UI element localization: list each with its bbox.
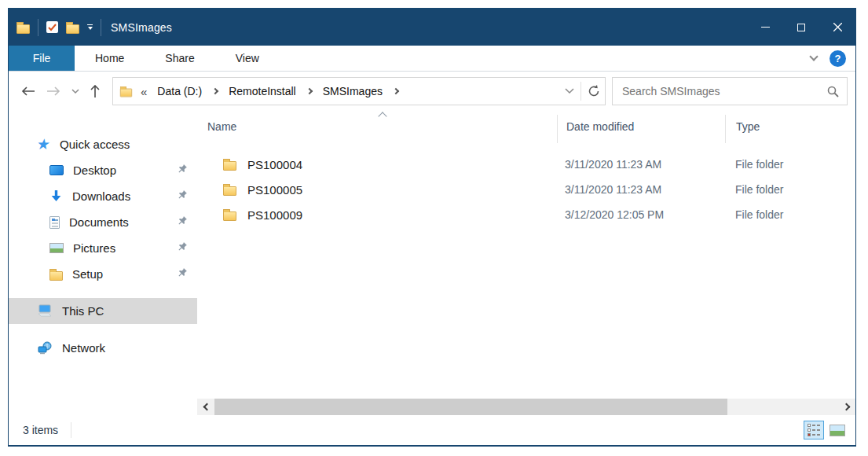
scrollbar-thumb[interactable] [214, 399, 727, 415]
back-arrow-icon[interactable] [21, 86, 35, 96]
sort-ascending-icon [378, 112, 386, 120]
minimize-button[interactable] [747, 9, 783, 46]
file-row-ps100004[interactable]: PS100004 3/11/2020 11:23 AM File folder [197, 152, 855, 177]
sidebar-item-setup[interactable]: Setup [9, 261, 197, 287]
desktop-icon [49, 165, 64, 175]
location-folder-icon [120, 89, 132, 97]
up-arrow-icon[interactable] [90, 85, 100, 98]
download-arrow-icon [49, 189, 63, 203]
thumbnail-view-button[interactable] [827, 421, 848, 439]
tab-view[interactable]: View [215, 46, 280, 71]
computer-icon [37, 304, 53, 318]
pin-icon [177, 267, 188, 278]
column-divider[interactable] [725, 115, 726, 143]
checkbox-icon[interactable] [46, 21, 58, 33]
refresh-icon[interactable] [588, 85, 600, 97]
file-row-ps100005[interactable]: PS100005 3/11/2020 11:23 AM File folder [197, 177, 855, 202]
breadcrumb-chevron-icon[interactable] [212, 88, 218, 94]
file-list-pane: Name Date modified Type PS100004 3/11/20… [197, 111, 855, 415]
pin-icon [177, 164, 188, 175]
details-view-icon [808, 424, 820, 436]
breadcrumb-overflow[interactable]: « [137, 85, 150, 98]
sidebar-item-documents[interactable]: Documents [9, 209, 197, 235]
tab-home[interactable]: Home [75, 46, 145, 71]
sidebar-item-pictures[interactable]: Pictures [9, 235, 197, 261]
breadcrumb-data-d[interactable]: Data (D:) [155, 85, 204, 97]
address-dropdown-chevron-icon[interactable] [565, 88, 574, 94]
collapse-ribbon-chevron-icon[interactable] [809, 52, 818, 61]
new-folder-icon[interactable] [66, 24, 79, 34]
address-bar[interactable]: « Data (D:) RemoteInstall SMSImages [112, 77, 606, 105]
folder-icon [223, 186, 236, 196]
window-controls [747, 9, 855, 46]
thumbnail-view-icon [830, 425, 845, 436]
forward-arrow-icon[interactable] [46, 86, 60, 96]
tab-file[interactable]: File [9, 46, 75, 71]
pin-icon [177, 241, 188, 252]
item-count: 3 items [23, 424, 58, 436]
document-icon [49, 216, 60, 229]
divider [101, 19, 101, 36]
details-view-button[interactable] [804, 421, 824, 439]
sidebar-item-desktop[interactable]: Desktop [9, 157, 197, 183]
search-input[interactable]: Search SMSImages [612, 77, 848, 105]
qat-dropdown-arrow-icon[interactable] [87, 24, 93, 30]
sidebar-item-downloads[interactable]: Downloads [9, 183, 197, 209]
close-button[interactable] [819, 9, 855, 46]
column-header-type[interactable]: Type [736, 120, 760, 133]
column-header-name[interactable]: Name [207, 120, 236, 133]
window-folder-icon [16, 24, 30, 34]
folder-icon [49, 271, 63, 281]
status-bar: 3 items [9, 415, 855, 445]
breadcrumb-remoteinstall[interactable]: RemoteInstall [226, 85, 298, 97]
file-row-ps100009[interactable]: PS100009 3/12/2020 12:05 PM File folder [197, 202, 855, 227]
horizontal-scrollbar[interactable] [197, 399, 855, 415]
titlebar: SMSImages [9, 9, 855, 46]
navigation-pane: ★ Quick access Desktop Downloads Documen… [9, 111, 197, 415]
navigation-toolbar: « Data (D:) RemoteInstall SMSImages Sear… [9, 72, 855, 111]
breadcrumb-chevron-icon[interactable] [306, 88, 312, 94]
window-title: SMSImages [111, 21, 172, 34]
picture-icon [49, 243, 64, 253]
tab-share[interactable]: Share [145, 46, 214, 71]
explorer-window: SMSImages File Home Share View ? [8, 8, 856, 447]
maximize-button[interactable] [783, 9, 819, 46]
pin-icon [177, 189, 188, 200]
scroll-left-arrow-icon[interactable] [197, 399, 214, 415]
network-icon [37, 341, 53, 355]
folder-icon [223, 161, 236, 171]
divider [38, 19, 38, 36]
ribbon-tabs: File Home Share View ? [9, 46, 855, 72]
folder-icon [223, 211, 236, 221]
sidebar-item-network[interactable]: Network [9, 335, 197, 361]
search-placeholder: Search SMSImages [622, 85, 720, 97]
search-icon[interactable] [827, 86, 839, 97]
breadcrumb-chevron-icon[interactable] [393, 88, 399, 94]
scrollbar-track[interactable] [214, 399, 839, 415]
column-headers: Name Date modified Type [197, 111, 855, 146]
pin-icon [177, 215, 188, 226]
breadcrumb-smsimages[interactable]: SMSImages [320, 85, 385, 97]
sidebar-item-this-pc[interactable]: This PC [9, 298, 197, 324]
quick-access-toolbar [9, 19, 101, 36]
scroll-right-arrow-icon[interactable] [839, 399, 855, 415]
divider [71, 422, 71, 438]
star-icon: ★ [36, 137, 52, 152]
recent-locations-chevron-icon[interactable] [71, 89, 79, 94]
sidebar-item-quick-access[interactable]: ★ Quick access [9, 131, 197, 157]
help-icon[interactable]: ? [830, 50, 846, 67]
divider [580, 82, 581, 101]
column-header-date-modified[interactable]: Date modified [566, 120, 634, 133]
column-divider[interactable] [557, 115, 558, 143]
